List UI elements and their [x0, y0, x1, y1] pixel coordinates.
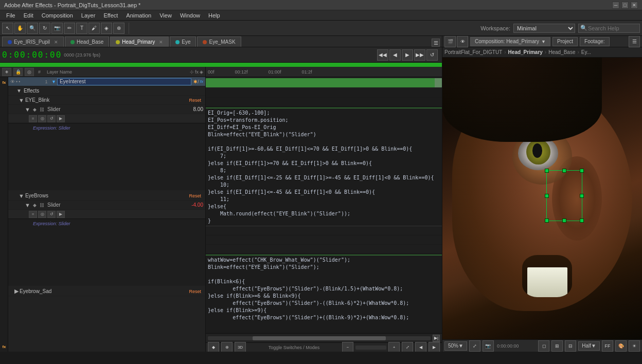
expr-btn-3[interactable]: ↺ [47, 115, 56, 122]
expr-btn-8[interactable]: ▶ [57, 211, 65, 218]
sel-handle-bl[interactable] [545, 219, 549, 223]
sel-handle-ml[interactable] [545, 194, 549, 198]
expr-btn-2[interactable]: ◎ [38, 115, 46, 122]
comp-tab-head-primary[interactable]: Composition: Head_Primary ▼ [470, 37, 550, 46]
comp-panel-icon[interactable]: 🎬 [444, 36, 456, 47]
timeline-end-btn[interactable]: ▶| [433, 335, 440, 342]
prev-btn[interactable]: ◀ [415, 342, 426, 352]
paint-tool[interactable]: ◈ [101, 23, 112, 34]
expr-btn-7[interactable]: ↺ [47, 211, 56, 218]
expr-btn-1[interactable]: = [29, 115, 37, 122]
effects-expand-icon[interactable]: ▼ [16, 88, 22, 94]
breadcrumb-eye[interactable]: Ey... [581, 49, 591, 55]
effect-reset-eyebrows[interactable]: Reset [189, 193, 201, 198]
sel-handle-bc[interactable] [562, 219, 566, 223]
loop-btn[interactable]: ↺ [426, 49, 438, 61]
expr-btn-4[interactable]: ▶ [57, 115, 65, 122]
draft-3d-btn[interactable]: 3D [235, 342, 246, 352]
menu-effect[interactable]: Effect [99, 11, 122, 20]
breadcrumb-head-base[interactable]: Head_Base [548, 49, 575, 55]
effect-expand-brows[interactable]: ▼ [19, 193, 24, 199]
slider-expand-1[interactable]: ▼ [25, 106, 31, 113]
quality-display[interactable]: Half ▼ [578, 341, 600, 351]
scroll-track[interactable] [208, 336, 431, 340]
zoom-out-btn[interactable]: − [342, 342, 353, 352]
toggle-switches-label[interactable]: Toggle Switches / Modes [269, 345, 320, 350]
rotate-tool[interactable]: ↻ [39, 23, 50, 34]
guides-btn[interactable]: ⊟ [565, 340, 576, 352]
sel-handle-br[interactable] [580, 219, 584, 223]
fx-icon[interactable]: fx [1, 79, 8, 86]
menu-view[interactable]: View [155, 11, 176, 20]
tab-close-head-primary[interactable]: ✕ [159, 40, 163, 45]
menu-layer[interactable]: Layer [77, 11, 100, 20]
comp-tab-arrow[interactable]: ▼ [541, 39, 546, 44]
menu-edit[interactable]: Edit [20, 11, 38, 20]
color-mgmt-btn[interactable]: 🎨 [615, 340, 627, 352]
close-button[interactable]: ✕ [631, 2, 638, 9]
tab-eye-mask[interactable]: Eye_MASK [197, 37, 241, 47]
snapshot-btn[interactable]: 📷 [483, 340, 494, 352]
workspace-select[interactable]: Minimal [513, 24, 575, 33]
fx-icon-2[interactable]: fx [1, 343, 8, 350]
menu-window[interactable]: Window [176, 11, 204, 20]
effect-reset-eyeblink[interactable]: Reset [189, 98, 201, 103]
slider-expand-2[interactable]: ▼ [25, 202, 31, 208]
hand-tool[interactable]: ✋ [14, 23, 26, 34]
zoom-slider[interactable] [355, 345, 386, 350]
tab-eye[interactable]: Eye [170, 37, 196, 47]
expr-editor-2[interactable]: whatWow=effect("CHK_Brow_What_Wow")("Sli… [206, 254, 442, 333]
fast-preview-btn[interactable]: FF [602, 340, 613, 352]
fit-comp-btn[interactable]: ⤢ [469, 340, 480, 352]
camera-tool[interactable]: 📷 [51, 23, 63, 34]
tab-close[interactable]: ✕ [54, 40, 58, 45]
prev-keyframe-btn[interactable]: ◀◀ [377, 49, 388, 61]
sel-handle-tr[interactable] [580, 169, 584, 173]
minimize-button[interactable]: ─ [612, 2, 619, 9]
tab-head-primary[interactable]: Head_Primary ✕ [110, 37, 169, 47]
effect-reset-eyebrow-sad[interactable]: Reset [189, 289, 201, 294]
render-region-btn[interactable]: ◻ [538, 340, 549, 352]
expr-editor-1[interactable]: EI_Orig=[-630,-100]; EI_Pos=transform.po… [206, 107, 442, 226]
panel-menu-btn[interactable]: ☰ [432, 39, 440, 47]
zoom-tool[interactable]: 🔍 [27, 23, 38, 34]
breadcrumb-head-primary[interactable]: Head_Primary [508, 49, 543, 55]
next-btn[interactable]: ▶ [429, 342, 440, 352]
toggle-switches[interactable]: ◈ [2, 68, 11, 76]
effect-expand-sad[interactable]: ▶ [14, 288, 19, 295]
fit-btn[interactable]: ⤢ [402, 342, 413, 352]
lock-all[interactable]: 🔒 [13, 68, 23, 76]
effect-expand[interactable]: ▼ [19, 97, 24, 103]
zoom-in-btn[interactable]: + [388, 342, 400, 352]
transparency-btn[interactable]: ⊞ [551, 340, 563, 352]
menu-help[interactable]: Help [204, 11, 224, 20]
menu-animation[interactable]: Animation [122, 11, 155, 20]
search-input[interactable] [578, 24, 640, 33]
tab-eye-iris[interactable]: Eye_IRIS_Pupil ✕ [2, 37, 64, 47]
comp-tab-project[interactable]: Project [552, 37, 578, 46]
layer-row-1[interactable]: 👁 • • 1 ▼ EyeInterest ✱ / fx [8, 77, 205, 86]
puppet-tool[interactable]: ⊕ [113, 23, 124, 34]
menu-composition[interactable]: Composition [38, 11, 77, 20]
panel-menu-icon[interactable]: ☰ [629, 36, 640, 47]
text-tool[interactable]: T [76, 23, 87, 34]
solo-all[interactable]: ◎ [25, 68, 34, 76]
menu-file[interactable]: File [2, 11, 20, 20]
expr-btn-6[interactable]: ◎ [38, 211, 46, 218]
motion-blur-btn[interactable]: ⊕ [221, 342, 233, 352]
breadcrumb-portrait[interactable]: PortraitFlat_For_DIGTUT [444, 49, 502, 55]
expr-btn-5[interactable]: = [29, 211, 37, 218]
zoom-display[interactable]: 50% ▼ [444, 341, 467, 351]
scroll-thumb[interactable] [253, 336, 386, 340]
tab-head-base[interactable]: Head_Base [65, 37, 109, 47]
sel-handle-tl[interactable] [545, 169, 549, 173]
sel-handle-mr[interactable] [580, 194, 584, 198]
add-marker-btn[interactable]: ◆ [208, 342, 219, 352]
pen-tool[interactable]: ✏ [64, 23, 75, 34]
slider-value-1[interactable]: 8.00 [183, 106, 203, 112]
maximize-button[interactable]: □ [621, 2, 629, 9]
exposure-btn[interactable]: ☀ [629, 340, 640, 352]
select-tool[interactable]: ↖ [2, 23, 13, 34]
viewer-icon[interactable]: 👁 [457, 36, 468, 47]
brush-tool[interactable]: 🖌 [88, 23, 100, 34]
